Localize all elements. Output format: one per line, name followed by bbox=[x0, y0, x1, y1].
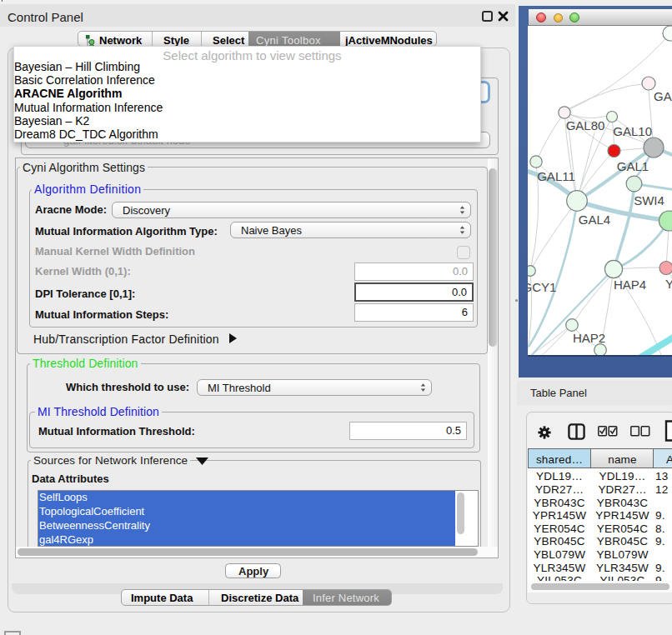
svg-text:Y: Y bbox=[665, 277, 672, 291]
svg-text:SWI4: SWI4 bbox=[634, 193, 664, 208]
svg-text:GAL11: GAL11 bbox=[537, 169, 575, 183]
svg-text:GAL10: GAL10 bbox=[613, 124, 652, 138]
svg-text:GAL4: GAL4 bbox=[579, 212, 610, 227]
svg-text:GCY1: GCY1 bbox=[528, 280, 556, 294]
svg-text:GAL80: GAL80 bbox=[566, 118, 605, 132]
svg-text:HAP4: HAP4 bbox=[614, 278, 646, 292]
svg-text:GAL1: GAL1 bbox=[617, 159, 649, 173]
svg-text:GAL: GAL bbox=[654, 89, 672, 103]
svg-text:HAP2: HAP2 bbox=[573, 331, 605, 345]
